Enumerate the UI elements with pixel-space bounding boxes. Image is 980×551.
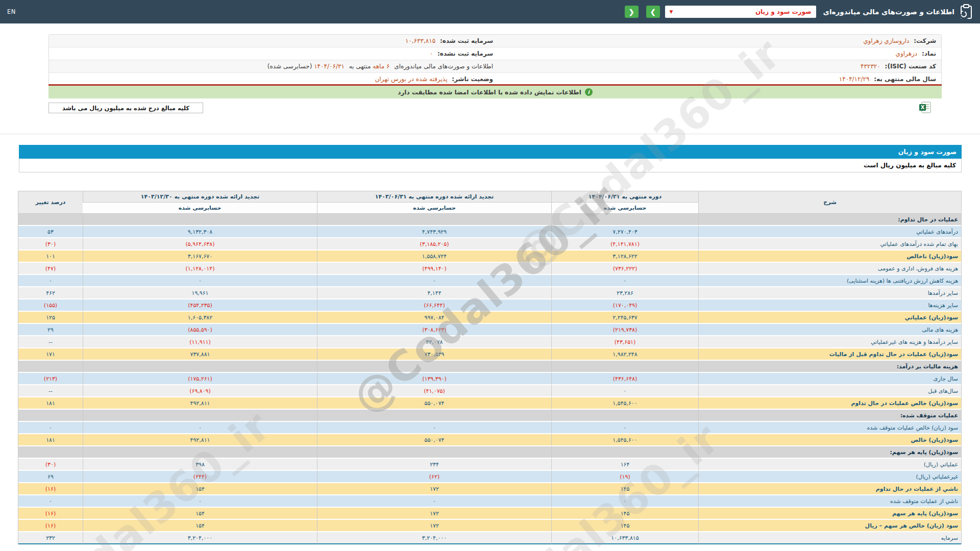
restated-midyear-value: ۱۷۲ xyxy=(317,483,551,495)
change-percent-value: ۰ xyxy=(18,422,83,434)
restated-midyear-value: ۵۵۰,۰۷۴ xyxy=(317,434,551,446)
fiscal-year-label: سال مالی منتهی به: xyxy=(874,76,936,83)
restated-yearend-value: ۳,۱۶۷,۶۷۰ xyxy=(83,251,317,263)
period-middle: منتهی به xyxy=(349,63,371,70)
subheader-audited-midyear: حسابرسی شده xyxy=(317,203,551,214)
row-label: سود(زیان) عملیاتي xyxy=(698,312,961,324)
next-report-button[interactable]: ❯ xyxy=(646,6,660,18)
restated-yearend-value: ۴۹۲,۸۱۱ xyxy=(83,397,317,410)
registered-capital-label: سرمایه ثبت شده: xyxy=(440,37,493,44)
report-period-cell: اطلاعات و صورت‌های مالی میاندوره‌ای ۶ ما… xyxy=(49,63,498,70)
fiscal-year-value: ۱۴۰۴/۱۲/۲۹ xyxy=(839,76,870,83)
section-row: عملیات متوقف شده: xyxy=(18,410,961,422)
row-label: سود (زیان) خالص هر سهم – ریال xyxy=(698,520,961,532)
change-percent-value: ۱۲۵ xyxy=(18,312,83,324)
statement-unit-note-text: کلیه مبالغ به میلیون ریال است xyxy=(864,162,956,169)
restated-midyear-value: ۰ xyxy=(317,275,551,287)
fiscal-year-cell: سال مالی منتهی به: ۱۴۰۴/۱۲/۲۹ xyxy=(498,76,941,83)
cell xyxy=(317,410,551,422)
restated-midyear-value: (۳,۱۸۵,۲۰۵) xyxy=(317,238,551,251)
restated-yearend-value: (۱۷۵,۲۶۱) xyxy=(83,373,317,385)
change-percent-value: ۱۷۱ xyxy=(18,348,83,361)
restated-yearend-value: (۱۱,۹۱۱) xyxy=(83,336,317,348)
info-row-isic: کد صنعت (ISIC): ۴۳۲۳۲۰ اطلاعات و صورت‌ها… xyxy=(49,60,941,72)
current-period-value: (۴۳۶,۶۴۸) xyxy=(551,373,698,385)
report-type-selected-value: صورت سود و زیان xyxy=(755,8,812,15)
row-label: عملیاتي (ریال) xyxy=(698,459,961,471)
restated-midyear-value: (۶۶,۶۴۴) xyxy=(317,299,551,312)
cell xyxy=(83,446,317,459)
company-value: داروسازي زهراوي xyxy=(863,37,909,44)
section-divider xyxy=(0,134,980,134)
current-period-value: ۱۶۴ xyxy=(551,459,698,471)
col-header-restated-yearend: تجدید ارائه شده دوره منتهی به ۱۴۰۳/۱۲/۳۰ xyxy=(83,191,317,203)
chevron-left-icon: ❮ xyxy=(629,8,634,16)
unregistered-capital-label: سرمایه ثبت نشده: xyxy=(437,50,493,57)
row-label: درآمدهای عملیاتي xyxy=(698,226,961,238)
restated-yearend-value: ۱۵۴ xyxy=(83,520,317,532)
change-percent-value: ۲۹ xyxy=(18,324,83,336)
change-percent-value: (۲۱۳) xyxy=(18,373,83,385)
change-percent-value: ۲۳۲ xyxy=(18,532,83,544)
top-navigation-bar: اطلاعات و صورت‌های مالی میاندوره‌ای صورت… xyxy=(0,0,980,23)
statement-unit-note: کلیه مبالغ به میلیون ریال است xyxy=(19,159,962,172)
table-row: ناشي از عملیات متوقف شده۰۰۰۰ xyxy=(18,495,961,508)
cell xyxy=(317,214,551,226)
english-language-link[interactable]: EN xyxy=(7,8,16,15)
restated-midyear-value: (۴۱,۰۷۵) xyxy=(317,385,551,397)
restated-yearend-value: (۱,۱۲۸,۰۱۴) xyxy=(83,263,317,275)
cell xyxy=(551,410,698,422)
current-period-value: ۱,۹۸۲,۲۴۸ xyxy=(551,348,698,361)
change-percent-value: ۱۸۱ xyxy=(18,434,83,446)
restated-midyear-value: ۱۷۲ xyxy=(317,508,551,520)
restated-yearend-value: ۱۵۴ xyxy=(83,483,317,495)
row-label: سایر درآمدها xyxy=(698,287,961,299)
current-period-value: ۰ xyxy=(551,495,698,508)
info-row-symbol: نماد: دزهراوي سرمایه ثبت نشده: ۰ xyxy=(49,47,941,60)
change-percent-value: (۱۶) xyxy=(18,508,83,520)
row-label: سود(زیان) عملیات در حال تداوم قبل از مال… xyxy=(698,348,961,361)
amounts-unit-note-text: کلیه مبالغ درج شده به میلیون ریال می باش… xyxy=(62,105,189,112)
info-row-fiscal-year: سال مالی منتهی به: ۱۴۰۴/۱۲/۲۹ وضعیت ناشر… xyxy=(49,72,941,85)
statement-tbody: عملیات در حال تداوم:درآمدهای عملیاتي۷,۲۷… xyxy=(18,214,961,544)
row-label: ناشي از عملیات متوقف شده xyxy=(698,495,961,508)
symbol-label: نماد: xyxy=(922,50,936,57)
col-header-restated-midyear: تجدید ارائه شده دوره منتهی به ۱۴۰۳/۰۶/۳۱ xyxy=(317,191,551,203)
company-cell: شرکت: داروسازي زهراوي xyxy=(498,37,941,44)
restated-midyear-value: ۰ xyxy=(317,422,551,434)
report-type-dropdown[interactable]: صورت سود و زیان ▼ xyxy=(665,6,816,18)
change-percent-value: ۰ xyxy=(18,495,83,508)
issuer-status-cell: وضعیت ناشر: پذيرفته شده در بورس تهران xyxy=(49,76,498,83)
current-period-value: ۰ xyxy=(551,275,698,287)
table-row: سایر هزینه‌ها(۱۷۰,۰۴۹)(۶۶,۶۴۴)(۴۵۴,۲۳۵)(… xyxy=(18,299,961,312)
previous-report-button[interactable]: ❮ xyxy=(625,6,639,18)
registered-capital-cell: سرمایه ثبت شده: ۱۰,۶۳۳,۸۱۵ xyxy=(49,37,498,44)
restated-yearend-value: ۷۳۷,۸۸۱ xyxy=(83,348,317,361)
restated-yearend-value: (۵,۹۶۴,۶۳۸) xyxy=(83,238,317,251)
info-circle-icon: i xyxy=(585,88,593,96)
clipboard-report-icon[interactable] xyxy=(960,4,973,19)
amounts-unit-note-box: کلیه مبالغ درج شده به میلیون ریال می باش… xyxy=(48,103,203,113)
table-row: سال جاری(۴۳۶,۶۴۸)(۱۳۹,۳۹۰)(۱۷۵,۲۶۱)(۲۱۳) xyxy=(18,373,961,385)
statement-title: صورت سود و زیان xyxy=(898,148,957,156)
current-period-value: ۳,۱۲۸,۶۲۲ xyxy=(551,251,698,263)
section-row: عملیات در حال تداوم: xyxy=(18,214,961,226)
table-row: سرمایه۱۰,۶۳۳,۸۱۵۳,۲۰۴,۰۰۰۳,۲۰۴,۰۰۰۲۳۲ xyxy=(18,532,961,544)
period-end-date: ۱۴۰۴/۰۶/۳۱ xyxy=(314,63,345,70)
cell xyxy=(551,361,698,373)
table-row: ناشي از عملیات در حال تداوم۱۴۵۱۷۲۱۵۴(۱۶) xyxy=(18,483,961,495)
table-row: غیرعملیاتي (ریال)(۱۹)(۶۲)(۲۴۴)۶۹ xyxy=(18,471,961,483)
change-percent-value: -- xyxy=(18,336,83,348)
table-row: هزینه های فروش، اداری و عمومی(۷۳۶,۲۲۲)(۴… xyxy=(18,263,961,275)
table-row: هزینه های مالی(۲۱۹,۷۳۸)(۳۰۸,۶۲۳)(۸۵۵,۵۹۰… xyxy=(18,324,961,336)
table-row: بهای تمام شده درآمدهای عملیاتي(۴,۱۴۱,۷۸۱… xyxy=(18,238,961,251)
restated-midyear-value: ۵۵۰,۰۷۴ xyxy=(317,397,551,410)
current-period-value: ۱۴۵ xyxy=(551,508,698,520)
excel-export-icon[interactable]: X xyxy=(919,102,931,113)
change-percent-value: (۳۰) xyxy=(18,238,83,251)
table-row: سایر درآمدها۲۳,۲۸۶۴,۱۴۴۱۹,۹۶۱۴۶۲ xyxy=(18,287,961,299)
current-period-value: ۱,۵۴۵,۶۰۰ xyxy=(551,397,698,410)
cell xyxy=(317,361,551,373)
subheader-audited-yearend: حسابرسی شده xyxy=(83,203,317,214)
statement-header: شرح دوره منتهی به ۱۴۰۴/۰۶/۳۱ تجدید ارائه… xyxy=(18,191,961,214)
